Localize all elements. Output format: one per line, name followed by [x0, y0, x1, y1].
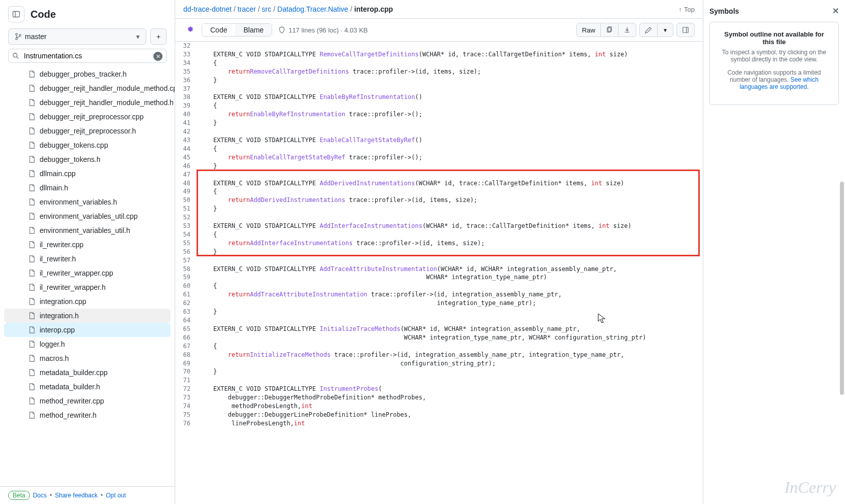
optout-link[interactable]: Opt out: [106, 492, 126, 499]
file-tree-item[interactable]: il_rewriter_wrapper.cpp: [4, 266, 171, 280]
line-number[interactable]: 49: [175, 187, 197, 196]
file-tree-item[interactable]: metadata_builder.cpp: [4, 365, 171, 380]
file-tree-item[interactable]: debugger_rejit_handler_module_method.cpp: [4, 81, 171, 95]
code-line[interactable]: 37: [175, 85, 703, 93]
scroll-to-top-button[interactable]: ↑ Top: [679, 6, 695, 13]
code-line[interactable]: 75 debugger::DebuggerLineProbeDefinition…: [175, 411, 703, 419]
file-tree-item[interactable]: il_rewriter.h: [4, 252, 171, 266]
code-line[interactable]: 56 }: [175, 248, 703, 256]
line-number[interactable]: 68: [175, 351, 197, 359]
code-line[interactable]: 33 EXTERN_C VOID STDAPICALLTYPE RemoveCa…: [175, 50, 703, 59]
line-number[interactable]: 41: [175, 119, 197, 127]
file-tree-item[interactable]: environment_variables_util.cpp: [4, 209, 171, 223]
line-number[interactable]: 58: [175, 265, 197, 274]
code-line[interactable]: 36 }: [175, 76, 703, 85]
feedback-link[interactable]: Share feedback: [55, 492, 98, 499]
code-line[interactable]: 73 debugger::DebuggerMethodProbeDefiniti…: [175, 393, 703, 402]
line-number[interactable]: 45: [175, 153, 197, 162]
file-tree-item[interactable]: environment_variables_util.h: [4, 223, 171, 238]
file-tree-item[interactable]: integration.cpp: [4, 294, 171, 309]
code-line[interactable]: 58 EXTERN_C VOID STDAPICALLTYPE AddTrace…: [175, 265, 703, 274]
line-number[interactable]: 47: [175, 171, 197, 179]
raw-button[interactable]: Raw: [576, 23, 601, 37]
code-line[interactable]: 40 returnEnableByRefInstrumentation trac…: [175, 110, 703, 119]
file-tree-item[interactable]: interop.cpp: [4, 323, 171, 337]
line-number[interactable]: 66: [175, 333, 197, 342]
line-number[interactable]: 44: [175, 145, 197, 153]
line-number[interactable]: 75: [175, 411, 197, 419]
line-number[interactable]: 34: [175, 59, 197, 68]
code-line[interactable]: 60 {: [175, 282, 703, 290]
code-line[interactable]: 47: [175, 171, 703, 179]
line-number[interactable]: 73: [175, 393, 197, 402]
close-symbols-button[interactable]: ✕: [832, 6, 839, 16]
line-number[interactable]: 43: [175, 136, 197, 145]
file-tree-item[interactable]: metadata_builder.h: [4, 380, 171, 394]
code-line[interactable]: 42: [175, 127, 703, 136]
file-tree-item[interactable]: debugger_tokens.cpp: [4, 138, 171, 152]
code-line[interactable]: 61 returnAddTraceAttributeInstrumentatio…: [175, 290, 703, 299]
file-tree-item[interactable]: dllmain.h: [4, 181, 171, 195]
line-number[interactable]: 67: [175, 342, 197, 351]
code-line[interactable]: 32: [175, 42, 703, 50]
file-tree-item[interactable]: macros.h: [4, 351, 171, 365]
line-number[interactable]: 46: [175, 162, 197, 171]
sidebar-toggle-button[interactable]: [8, 6, 24, 22]
code-line[interactable]: 71: [175, 376, 703, 385]
copilot-button[interactable]: [183, 23, 198, 37]
code-line[interactable]: 52: [175, 213, 703, 222]
file-tree-item[interactable]: dllmain.cpp: [4, 166, 171, 181]
edit-dropdown[interactable]: ▼: [657, 23, 673, 37]
breadcrumb-link[interactable]: src: [262, 5, 272, 13]
code-line[interactable]: 57: [175, 256, 703, 265]
code-line[interactable]: 72 EXTERN_C VOID STDAPICALLTYPE Instrume…: [175, 385, 703, 393]
file-tree-item[interactable]: environment_variables.h: [4, 195, 171, 209]
code-line[interactable]: 67 {: [175, 342, 703, 351]
code-line[interactable]: 53 EXTERN_C VOID STDAPICALLTYPE AddInter…: [175, 222, 703, 230]
code-line[interactable]: 66 WCHAR* integration_type_name_ptr, WCH…: [175, 333, 703, 342]
code-line[interactable]: 41 }: [175, 119, 703, 127]
code-area[interactable]: 3233 EXTERN_C VOID STDAPICALLTYPE Remove…: [175, 42, 703, 504]
file-tree[interactable]: debugger_probes_tracker.hdebugger_rejit_…: [0, 67, 175, 486]
code-line[interactable]: 69 configuration_string_ptr);: [175, 359, 703, 368]
line-number[interactable]: 59: [175, 273, 197, 282]
line-number[interactable]: 57: [175, 256, 197, 265]
code-line[interactable]: 62 integration_type_name_ptr);: [175, 299, 703, 308]
code-line[interactable]: 38 EXTERN_C VOID STDAPICALLTYPE EnableBy…: [175, 93, 703, 102]
code-line[interactable]: 64: [175, 316, 703, 325]
code-line[interactable]: 39 {: [175, 102, 703, 110]
code-line[interactable]: 45 returnEnableCallTargetStateByRef trac…: [175, 153, 703, 162]
line-number[interactable]: 38: [175, 93, 197, 102]
docs-link[interactable]: Docs: [33, 492, 47, 499]
code-line[interactable]: 63 }: [175, 308, 703, 316]
line-number[interactable]: 54: [175, 230, 197, 239]
line-number[interactable]: 35: [175, 68, 197, 76]
file-tree-item[interactable]: debugger_rejit_preprocessor.cpp: [4, 110, 171, 124]
code-line[interactable]: 55 returnAddInterfaceInstrumentations tr…: [175, 239, 703, 248]
file-tree-item[interactable]: il_rewriter.cpp: [4, 238, 171, 252]
line-number[interactable]: 60: [175, 282, 197, 290]
file-tree-item[interactable]: method_rewriter.h: [4, 408, 171, 422]
line-number[interactable]: 48: [175, 179, 197, 188]
code-line[interactable]: 54 {: [175, 230, 703, 239]
line-number[interactable]: 50: [175, 196, 197, 205]
line-number[interactable]: 53: [175, 222, 197, 230]
code-line[interactable]: 76 lineProbesLength,int: [175, 419, 703, 428]
line-number[interactable]: 71: [175, 376, 197, 385]
file-tree-item[interactable]: debugger_rejit_handler_module_method.h: [4, 95, 171, 110]
line-number[interactable]: 33: [175, 50, 197, 59]
line-number[interactable]: 76: [175, 419, 197, 428]
line-number[interactable]: 36: [175, 76, 197, 85]
code-line[interactable]: 49 {: [175, 187, 703, 196]
line-number[interactable]: 51: [175, 205, 197, 213]
branch-select[interactable]: master ▾: [8, 28, 146, 45]
line-number[interactable]: 72: [175, 385, 197, 393]
line-number[interactable]: 52: [175, 213, 197, 222]
breadcrumb-link[interactable]: tracer: [238, 5, 256, 13]
line-number[interactable]: 61: [175, 290, 197, 299]
file-tree-item[interactable]: il_rewriter_wrapper.h: [4, 280, 171, 294]
code-line[interactable]: 68 returnInitializeTraceMethods trace::p…: [175, 351, 703, 359]
clear-search-button[interactable]: ✕: [153, 52, 162, 61]
line-number[interactable]: 65: [175, 325, 197, 333]
code-line[interactable]: 51 }: [175, 205, 703, 213]
